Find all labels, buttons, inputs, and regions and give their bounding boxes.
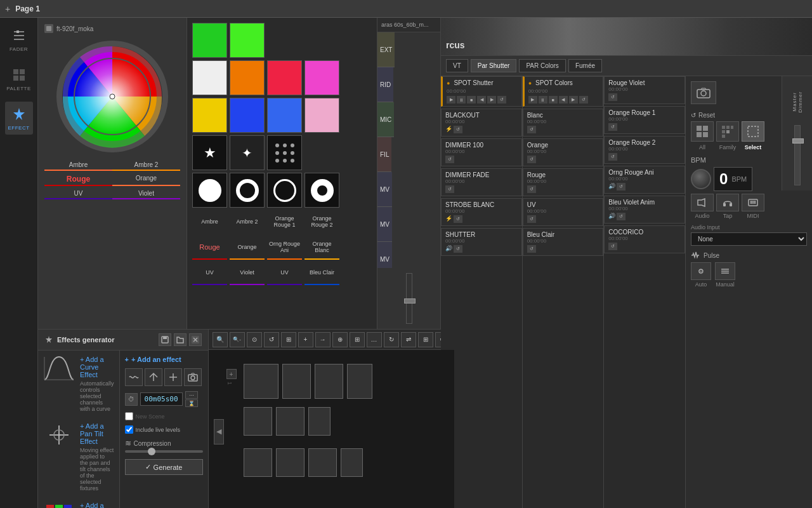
swatch-blue[interactable] xyxy=(230,98,265,133)
next-btn-spot[interactable]: ▶ xyxy=(487,96,496,104)
include-live-checkbox[interactable] xyxy=(125,425,133,434)
swatch-circle-ring[interactable] xyxy=(230,173,265,208)
effect-item-curve[interactable]: + Add a Curve Effect Automatically contr… xyxy=(43,356,114,412)
sync-rouge-c2[interactable]: ↺ xyxy=(527,185,536,193)
sync-orange-rouge2-c3[interactable]: ↺ xyxy=(608,153,617,161)
sync-cocorico[interactable]: ↺ xyxy=(608,243,617,250)
effects-open-icon[interactable] xyxy=(174,333,187,346)
se-arrow[interactable]: → xyxy=(315,332,331,347)
emb-wave[interactable] xyxy=(125,368,143,386)
se-lock[interactable]: ⊕ xyxy=(332,332,348,347)
effects-close-icon[interactable] xyxy=(189,333,202,346)
scene-block-7[interactable] xyxy=(308,407,331,436)
timer-sync-btn[interactable]: ⌛ xyxy=(185,399,198,407)
swatch-circle-thick[interactable] xyxy=(304,173,339,208)
preset-mv1[interactable]: MV xyxy=(377,172,392,207)
scene-block-2[interactable] xyxy=(282,364,311,399)
se-dots[interactable]: … xyxy=(367,332,382,347)
emb-plus[interactable] xyxy=(164,368,182,386)
scene-item-strobe[interactable]: STROBE BLANC 00:00'00 ⚡ ↺ xyxy=(441,198,522,226)
se-zoom-out[interactable]: 🔍- xyxy=(230,332,245,347)
pulse-settings[interactable]: ⚙ xyxy=(691,262,711,280)
sync-btn-spot[interactable]: ↺ xyxy=(497,96,506,104)
scene-item-uv-c2[interactable]: UV 00:00'00 ↺ xyxy=(523,198,604,226)
swatch-orange[interactable] xyxy=(230,60,265,95)
scene-item-dimmer-fade[interactable]: DIMMER FADE 00:00'00 ↺ xyxy=(441,168,522,196)
preset-mv2[interactable]: MV xyxy=(377,207,392,242)
scene-item-shutter[interactable]: SHUTTER 00:00'00 🔊 ↺ xyxy=(441,228,522,256)
color-wheel[interactable] xyxy=(55,39,169,154)
new-scene-checkbox[interactable] xyxy=(125,412,133,420)
scene-item-orange-c2[interactable]: Orange 00:00'00 ↺ xyxy=(523,138,604,166)
scene-item-spot-shutter[interactable]: ● SPOT Shutter 00:00'00 ▶ ⏸ ■ ◀ ▶ ↺ xyxy=(441,76,522,107)
swatch-star1[interactable]: ★ xyxy=(192,135,227,170)
scene-block-1[interactable] xyxy=(244,364,278,399)
scene-item-rouge-violet[interactable]: Rouge Violet 00:00'00 ↺ xyxy=(604,76,685,104)
generate-button[interactable]: ✓ Generate xyxy=(125,459,203,475)
scene-block-6[interactable] xyxy=(276,407,304,436)
scene-item-orange-rouge1-c3[interactable]: Orange Rouge 1 00:00'00 ↺ xyxy=(604,106,685,134)
tab-par-colors[interactable]: PAR Colors xyxy=(519,59,566,72)
timer-dots-btn[interactable]: ⋯ xyxy=(185,391,198,399)
se-rotate[interactable]: ↺ xyxy=(264,332,279,347)
audio-input-select[interactable]: None xyxy=(691,232,807,246)
tab-vt[interactable]: VT xyxy=(446,59,468,72)
se-more[interactable]: ⊞ xyxy=(418,332,433,347)
effect-item-pixel[interactable]: + Add a Pixel Effect Color effect applie… xyxy=(43,502,114,508)
swatch-circle-solid[interactable] xyxy=(192,173,227,208)
preset-mv3[interactable]: MV xyxy=(377,242,392,268)
scene-block-5[interactable] xyxy=(244,407,272,436)
scene-item-bleu-clair-c2[interactable]: Bleu Clair 00:00'00 ↺ xyxy=(523,228,604,256)
swatch-dots[interactable] xyxy=(267,135,302,170)
sync-btn-spotc[interactable]: ↺ xyxy=(579,96,588,104)
tab-par-shutter[interactable]: Par Shutter xyxy=(471,59,517,72)
scene-item-orng-rouge-ani[interactable]: Orng Rouge Ani 00:00'00 🔊↺ xyxy=(604,166,685,194)
sync-bleu-violet[interactable]: ↺ xyxy=(617,213,625,220)
se-add[interactable]: + xyxy=(298,332,313,347)
sync-rouge-violet[interactable]: ↺ xyxy=(608,93,617,101)
se-table[interactable]: ⊞ xyxy=(350,332,365,347)
effect-item-pantilt[interactable]: + Add a Pan Tilt Effect Moving effect ap… xyxy=(43,422,114,491)
scene-item-spot-colors[interactable]: ● SPOT Colors 00:00'00 ▶ ⏸ ■ ◀ ▶ ↺ xyxy=(523,76,604,107)
sync-orange-rouge1-c3[interactable]: ↺ xyxy=(608,123,617,131)
grid-select-icon[interactable] xyxy=(742,121,764,142)
sync-btn-strobe[interactable]: ↺ xyxy=(454,215,462,223)
compression-slider[interactable] xyxy=(125,450,203,453)
scene-item-dimmer100[interactable]: DIMMER 100 00:00'00 ↺ xyxy=(441,138,522,166)
pause-btn-spot[interactable]: ⏸ xyxy=(457,96,466,104)
bpm-knob[interactable] xyxy=(691,169,711,189)
prev-btn-spot[interactable]: ◀ xyxy=(477,96,486,104)
preset-fil[interactable]: FIL xyxy=(377,137,391,172)
swatch-red[interactable] xyxy=(267,60,302,95)
scene-block-4[interactable] xyxy=(347,364,372,399)
swatch-green1[interactable] xyxy=(192,23,227,58)
scene-block-3[interactable] xyxy=(315,364,343,399)
scene-item-blanc[interactable]: Blanc 00:00'00 ↺ xyxy=(523,109,604,137)
grid-all-icon[interactable] xyxy=(691,121,714,142)
add-row-button[interactable]: + xyxy=(226,369,237,379)
prev-btn-spotc[interactable]: ◀ xyxy=(559,96,568,104)
scene-block-8[interactable] xyxy=(244,448,272,477)
pulse-manual[interactable] xyxy=(715,262,735,280)
sync-btn-shutter[interactable]: ↺ xyxy=(454,245,462,253)
midi-button[interactable] xyxy=(742,194,764,211)
headphone-button[interactable] xyxy=(716,194,739,211)
se-zoom-in[interactable]: 🔍 xyxy=(213,332,228,347)
swatch-white[interactable] xyxy=(192,60,227,95)
stop-btn-spot[interactable]: ■ xyxy=(467,96,476,104)
emb-arrows[interactable] xyxy=(145,368,162,386)
preset-mic[interactable]: MIC xyxy=(377,102,394,137)
sync-bleu-c2[interactable]: ↺ xyxy=(527,245,536,253)
add-effect-button[interactable]: + + Add an effect xyxy=(125,356,203,363)
swatch-green2[interactable] xyxy=(230,23,265,58)
stop-btn-spotc[interactable]: ■ xyxy=(549,96,558,104)
scene-item-cocorico[interactable]: COCORICO 00:00'00 ↺ xyxy=(604,225,685,253)
swatch-pink[interactable] xyxy=(304,60,339,95)
emb-camera[interactable] xyxy=(184,368,202,386)
swatch-yellow[interactable] xyxy=(192,98,227,133)
add-page-button[interactable]: + xyxy=(5,4,10,14)
scene-block-10[interactable] xyxy=(308,448,337,477)
effects-save-icon[interactable] xyxy=(159,333,171,346)
sync-blanc[interactable]: ↺ xyxy=(527,126,536,133)
master-dimmer-slider[interactable] xyxy=(794,125,801,185)
